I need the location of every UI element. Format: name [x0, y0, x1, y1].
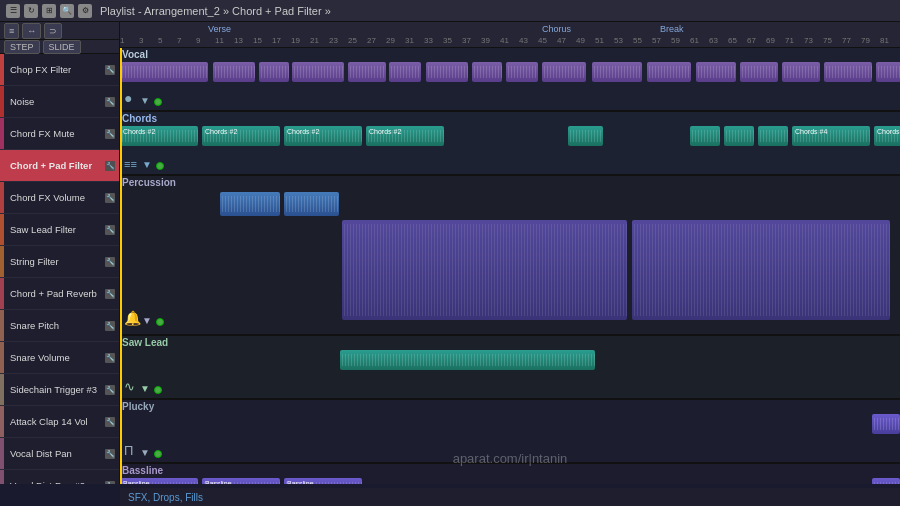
sidebar-item-string-filter[interactable]: String Filter 🔧	[0, 246, 119, 278]
sidebar-item-chord-pad-reverb[interactable]: Chord + Pad Reverb 🔧	[0, 278, 119, 310]
track-ctrl-cpr[interactable]: 🔧	[105, 289, 115, 299]
move-btn[interactable]: ↔	[22, 23, 41, 39]
vocal-clip-6[interactable]	[389, 62, 421, 82]
vocal-clip-8[interactable]	[472, 62, 502, 82]
track-ctrl-cfv[interactable]: 🔧	[105, 193, 115, 203]
beat-23: 23	[329, 36, 338, 45]
perc-region-2[interactable]	[632, 220, 890, 320]
link-btn[interactable]: ⊃	[44, 23, 62, 39]
zoom-icon[interactable]: 🔍	[60, 4, 74, 18]
settings-icon[interactable]: ⚙	[78, 4, 92, 18]
chord-clip-7[interactable]	[724, 126, 754, 146]
track-ctrl-noise[interactable]: 🔧	[105, 97, 115, 107]
vocal-clip-9[interactable]	[506, 62, 538, 82]
vocal-clip-10[interactable]	[542, 62, 586, 82]
vocal-clip-3[interactable]	[259, 62, 289, 82]
vocal-clip-17[interactable]	[876, 62, 900, 82]
step-button[interactable]: STEP	[4, 40, 40, 54]
chord-clip-3[interactable]: Chords #2	[284, 126, 362, 146]
perc-region-1[interactable]	[342, 220, 627, 320]
chords-icon: ≡≡	[124, 158, 137, 170]
playhead[interactable]	[120, 48, 122, 484]
vocal-power-btn[interactable]	[154, 98, 162, 106]
bassline-clip-4[interactable]	[872, 478, 900, 484]
vocal-clip-7[interactable]	[426, 62, 468, 82]
sidebar-item-vocal-dist-pan[interactable]: Vocal Dist Pan 🔧	[0, 438, 119, 470]
vocal-clip-4[interactable]	[292, 62, 344, 82]
align-left-btn[interactable]: ≡	[4, 23, 19, 39]
timeline-area: Verse Chorus Break 1 3 5 7 9 11 13 15 17…	[120, 22, 900, 484]
chords-volume-btn[interactable]: ▼	[142, 159, 152, 170]
track-ctrl-vdp[interactable]: 🔧	[105, 449, 115, 459]
sidebar-item-sidechain-trigger[interactable]: Sidechain Trigger #3 🔧	[0, 374, 119, 406]
sidebar-item-chord-fx-volume[interactable]: Chord FX Volume 🔧	[0, 182, 119, 214]
chord-clip-1[interactable]: Chords #2	[120, 126, 198, 146]
vocal-clip-16[interactable]	[824, 62, 872, 82]
sidebar-item-snare-pitch[interactable]: Snare Pitch 🔧	[0, 310, 119, 342]
chords-power-btn[interactable]	[156, 162, 164, 170]
percussion-volume-btn[interactable]: ▼	[142, 315, 152, 326]
plucky-power-btn[interactable]	[154, 450, 162, 458]
track-ctrl-sv[interactable]: 🔧	[105, 353, 115, 363]
saw-lead-clip-1[interactable]	[340, 350, 595, 370]
vocal-clip-11[interactable]	[592, 62, 642, 82]
perc-clip-1[interactable]	[220, 192, 280, 216]
beat-63: 63	[709, 36, 718, 45]
chord-clip-10[interactable]: Chords #4	[874, 126, 900, 146]
sidebar-item-saw-lead-filter[interactable]: Saw Lead Filter 🔧	[0, 214, 119, 246]
sidebar-item-noise[interactable]: Noise 🔧	[0, 86, 119, 118]
saw-lead-volume-btn[interactable]: ▼	[140, 383, 150, 394]
beat-27: 27	[367, 36, 376, 45]
chord-clip-6[interactable]	[690, 126, 720, 146]
chord-clip-2[interactable]: Chords #2	[202, 126, 280, 146]
vocal-clip-12[interactable]	[647, 62, 691, 82]
saw-lead-power-btn[interactable]	[154, 386, 162, 394]
snap-icon[interactable]: ⊞	[42, 4, 56, 18]
bassline-clip-2[interactable]: Bassline	[202, 478, 280, 484]
sidebar-item-chop-fx-filter[interactable]: Chop FX Filter 🔧	[0, 54, 119, 86]
chord-clip-5[interactable]	[568, 126, 603, 146]
beat-39: 39	[481, 36, 490, 45]
chord-clip-4[interactable]: Chords #2	[366, 126, 444, 146]
sidebar-item-vocal-dist-pan2[interactable]: Vocal Dist Pan #2 🔧	[0, 470, 119, 484]
group-label-saw-lead: Saw Lead	[122, 337, 168, 348]
perc-clip-2[interactable]	[284, 192, 339, 216]
track-name-chord-fx-mute: Chord FX Mute	[4, 128, 105, 139]
sidebar-item-chord-fx-mute[interactable]: Chord FX Mute 🔧	[0, 118, 119, 150]
chord-clip-9[interactable]: Chords #4	[792, 126, 870, 146]
vocal-volume-btn[interactable]: ▼	[140, 95, 150, 106]
beat-1: 1	[120, 36, 124, 45]
vocal-clip-1[interactable]	[120, 62, 208, 82]
bassline-clip-3[interactable]: Bassline	[284, 478, 362, 484]
track-ctrl-vdp2[interactable]: 🔧	[105, 481, 115, 485]
vocal-clip-14[interactable]	[740, 62, 778, 82]
track-ctrl-ac[interactable]: 🔧	[105, 417, 115, 427]
sidebar-item-attack-clap[interactable]: Attack Clap 14 Vol 🔧	[0, 406, 119, 438]
group-label-vocal: Vocal	[122, 49, 148, 60]
plucky-clip-1[interactable]	[872, 414, 900, 434]
sidebar-item-chord-pad-filter[interactable]: Chord + Pad Filter 🔧	[0, 150, 119, 182]
track-ctrl-sp[interactable]: 🔧	[105, 321, 115, 331]
timeline-ruler[interactable]: Verse Chorus Break 1 3 5 7 9 11 13 15 17…	[120, 22, 900, 48]
slide-button[interactable]: SLIDE	[43, 40, 81, 54]
track-ctrl-cpf[interactable]: 🔧	[105, 161, 115, 171]
vocal-clip-15[interactable]	[782, 62, 820, 82]
chord-clip-8[interactable]	[758, 126, 788, 146]
menu-icon[interactable]: ☰	[6, 4, 20, 18]
percussion-power-btn[interactable]	[156, 318, 164, 326]
beat-11: 11	[215, 36, 224, 45]
loop-icon[interactable]: ↻	[24, 4, 38, 18]
track-ctrl-sf[interactable]: 🔧	[105, 257, 115, 267]
vocal-clip-2[interactable]	[213, 62, 255, 82]
track-ctrl-chop[interactable]: 🔧	[105, 65, 115, 75]
track-ctrl-st[interactable]: 🔧	[105, 385, 115, 395]
sidebar-item-snare-volume[interactable]: Snare Volume 🔧	[0, 342, 119, 374]
bassline-clip-1[interactable]: Bassline	[120, 478, 198, 484]
track-ctrl-slf[interactable]: 🔧	[105, 225, 115, 235]
track-name-snare-pitch: Snare Pitch	[4, 320, 105, 331]
track-ctrl-chord-fx-mute[interactable]: 🔧	[105, 129, 115, 139]
plucky-volume-btn[interactable]: ▼	[140, 447, 150, 458]
vocal-clip-13[interactable]	[696, 62, 736, 82]
track-name-saw-lead-filter: Saw Lead Filter	[4, 224, 105, 235]
vocal-clip-5[interactable]	[348, 62, 386, 82]
